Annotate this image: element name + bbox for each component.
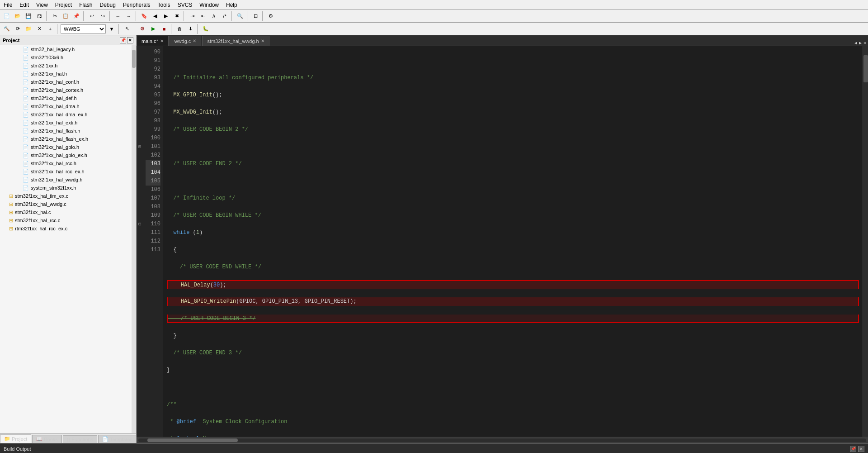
editor-scrollbar[interactable] bbox=[863, 46, 868, 437]
menu-debug[interactable]: Debug bbox=[96, 1, 119, 9]
horizontal-scrollbar[interactable] bbox=[137, 437, 868, 443]
close-project-button[interactable]: ✕ bbox=[34, 24, 44, 34]
tree-item-stm32f103x6[interactable]: 📄 stm32f103x6.h bbox=[0, 53, 132, 62]
fold-marker-110[interactable]: ⊟ bbox=[137, 220, 143, 229]
uncomment-button[interactable]: /* bbox=[220, 11, 230, 21]
copy-button[interactable]: 📋 bbox=[61, 11, 71, 21]
tree-item-stm32f1xx_hal_wwdg[interactable]: 📄 stm32f1xx_hal_wwdg.h bbox=[0, 176, 132, 184]
new-button[interactable]: 📄 bbox=[2, 11, 12, 21]
redo-button[interactable]: ↪ bbox=[98, 11, 108, 21]
file-icon: 📄 bbox=[23, 144, 29, 150]
tab-hal-wwdg-h-close[interactable]: ✕ bbox=[261, 38, 264, 43]
prev-bookmark-button[interactable]: ◀ bbox=[150, 11, 160, 21]
menu-file[interactable]: File bbox=[0, 1, 16, 9]
tree-item-stm32f1xx_hal_rcc[interactable]: 📄 stm32f1xx_hal_rcc.h bbox=[0, 159, 132, 167]
nav-back-button[interactable]: ← bbox=[113, 11, 123, 21]
build-button[interactable]: 🔨 bbox=[2, 24, 12, 34]
collapse-all-button[interactable]: ⊟ bbox=[250, 11, 260, 21]
tree-item-rtm32f1xx_hal_rcc_ex[interactable]: ⊞ rtm32f1xx_hal_rcc_ex.c bbox=[0, 224, 132, 233]
clear-bookmark-button[interactable]: ✖ bbox=[172, 11, 182, 21]
tree-scrollbar[interactable] bbox=[132, 45, 136, 433]
next-bookmark-button[interactable]: ▶ bbox=[161, 11, 171, 21]
menu-window[interactable]: Window bbox=[196, 1, 222, 9]
debug-start-button[interactable]: 🐛 bbox=[201, 24, 211, 34]
save-all-button[interactable]: 🖫 bbox=[34, 11, 44, 21]
tree-item-stm32f1xx_hal_tim_ex[interactable]: ⊞ stm32f1xx_hal_tim_ex.c bbox=[0, 192, 132, 200]
project-panel-close[interactable]: ✕ bbox=[127, 37, 133, 43]
tab-scroll-right-icon[interactable]: ▶ bbox=[859, 40, 862, 46]
tree-item-stm32f1xx_hal_gpio[interactable]: 📄 stm32f1xx_hal_gpio.h bbox=[0, 143, 132, 151]
tree-item-system_stm32f1xx[interactable]: 📄 system_stm32f1xx.h bbox=[0, 184, 132, 192]
tree-item-stm32f1xx_hal_c[interactable]: ⊞ stm32f1xx_hal.c bbox=[0, 208, 132, 216]
tree-item-stm32f1xx_hal_def[interactable]: 📄 stm32f1xx_hal_def.h bbox=[0, 94, 132, 102]
open-button[interactable]: 📂 bbox=[13, 11, 23, 21]
folder-expand-icon: ⊞ bbox=[9, 218, 13, 224]
open-project-button[interactable]: 📁 bbox=[24, 24, 33, 34]
find-button[interactable]: 🔍 bbox=[235, 11, 245, 21]
tree-item-stm32f1xx_hal_dma_ex[interactable]: 📄 stm32f1xx_hal_dma_ex.h bbox=[0, 110, 132, 119]
code-content-area[interactable]: /* Initialize all configured peripherals… bbox=[163, 46, 863, 437]
tree-item-stm32f1xx_hal_flash_ex[interactable]: 📄 stm32f1xx_hal_flash_ex.h bbox=[0, 135, 132, 143]
cut-button[interactable]: ✂ bbox=[50, 11, 60, 21]
bookmark-button[interactable]: 🔖 bbox=[139, 11, 149, 21]
nav-fwd-button[interactable]: → bbox=[124, 11, 134, 21]
tab-project[interactable]: 📁 Project bbox=[0, 434, 31, 443]
tree-item-stm32f1xx_hal_rcc_c[interactable]: ⊞ stm32f1xx_hal_rcc.c bbox=[0, 216, 132, 224]
rebuild-button[interactable]: ⟳ bbox=[13, 24, 23, 34]
menu-flash[interactable]: Flash bbox=[75, 1, 96, 9]
compile-button[interactable]: ⚙ bbox=[137, 24, 147, 34]
comment-button[interactable]: // bbox=[209, 11, 219, 21]
tab-main-c-close[interactable]: ✕ bbox=[160, 38, 164, 43]
undo-button[interactable]: ↩ bbox=[87, 11, 97, 21]
tree-item-stm32f1xx_hal_cortex[interactable]: 📄 stm32f1xx_hal_cortex.h bbox=[0, 86, 132, 94]
toolbar-sep-1 bbox=[46, 11, 48, 21]
build-output-controls: 📌 ✕ bbox=[850, 446, 864, 452]
target-dropdown-button[interactable]: ▼ bbox=[107, 24, 117, 34]
build-output-close-button[interactable]: ✕ bbox=[858, 446, 864, 452]
save-button[interactable]: 💾 bbox=[24, 11, 33, 21]
tree-item-stm32f1xx_hal[interactable]: 📄 stm32f1xx_hal.h bbox=[0, 70, 132, 78]
file-icon: 📄 bbox=[23, 87, 29, 93]
tree-item-stm32f1xx_hal_dma[interactable]: 📄 stm32f1xx_hal_dma.h bbox=[0, 102, 132, 110]
tree-item-stm32f1xx[interactable]: 📄 stm32f1xx.h bbox=[0, 62, 132, 70]
tab-main-c[interactable]: main.c* ✕ bbox=[137, 36, 169, 46]
menu-edit[interactable]: Edit bbox=[16, 1, 33, 9]
unindent-button[interactable]: ⇤ bbox=[198, 11, 208, 21]
target-select[interactable]: WWBG bbox=[61, 24, 106, 33]
tree-item-stm32f1xx_hal_wwdg_c[interactable]: ⊞ stm32f1xx_hal_wwdg.c bbox=[0, 200, 132, 208]
settings-button[interactable]: ⚙ bbox=[266, 11, 276, 21]
tree-item-stm32f1xx_hal_conf[interactable]: 📄 stm32f1xx_hal_conf.h bbox=[0, 78, 132, 86]
menu-tools[interactable]: Tools bbox=[154, 1, 174, 9]
tab-wwdg-c-close[interactable]: ✕ bbox=[193, 38, 196, 43]
tree-item-stm32_hal_legacy[interactable]: 📄 stm32_hal_legacy.h bbox=[0, 45, 132, 53]
add-files-button[interactable]: + bbox=[45, 24, 55, 34]
menu-project[interactable]: Project bbox=[52, 1, 75, 9]
menu-svcs[interactable]: SVCS bbox=[174, 1, 196, 9]
cursor-button[interactable]: ↖ bbox=[122, 24, 132, 34]
indent-button[interactable]: ⇥ bbox=[187, 11, 197, 21]
tab-functions[interactable]: {} Functions bbox=[63, 435, 97, 443]
file-icon: 📄 bbox=[23, 152, 29, 158]
tree-item-stm32f1xx_hal_flash[interactable]: 📄 stm32f1xx_hal_flash.h bbox=[0, 127, 132, 135]
menu-peripherals[interactable]: Peripherals bbox=[119, 1, 154, 9]
fold-marker-101[interactable]: ⊟ bbox=[137, 143, 143, 151]
clean-button[interactable]: 🗑 bbox=[175, 24, 184, 34]
run-button[interactable]: ▶ bbox=[148, 24, 158, 34]
tree-item-stm32f1xx_hal_rcc_ex[interactable]: 📄 stm32f1xx_hal_rcc_ex.h bbox=[0, 167, 132, 176]
flash-download-button[interactable]: ⬇ bbox=[185, 24, 195, 34]
menu-view[interactable]: View bbox=[33, 1, 52, 9]
project-panel-pin[interactable]: 📌 bbox=[120, 37, 126, 43]
build-output-pin-button[interactable]: 📌 bbox=[850, 446, 856, 452]
tab-close-all-icon[interactable]: ✕ bbox=[863, 40, 866, 46]
tree-item-stm32f1xx_hal_gpio_ex[interactable]: 📄 stm32f1xx_hal_gpio_ex.h bbox=[0, 151, 132, 159]
tab-wwdg-c[interactable]: wwdg.c ✕ bbox=[170, 36, 202, 46]
stop-build-button[interactable]: ■ bbox=[159, 24, 169, 34]
tree-item-stm32f1xx_hal_exti[interactable]: 📄 stm32f1xx_hal_exti.h bbox=[0, 119, 132, 127]
paste-button[interactable]: 📌 bbox=[71, 11, 81, 21]
fold-marker-109 bbox=[137, 211, 143, 220]
tab-templates[interactable]: 📄 Templates bbox=[98, 435, 137, 443]
menu-help[interactable]: Help bbox=[222, 1, 241, 9]
tab-books[interactable]: 📖 Books bbox=[32, 435, 62, 443]
tab-stm32f1xx-hal-wwdg-h[interactable]: stm32f1xx_hal_wwdg.h ✕ bbox=[202, 36, 269, 46]
tab-scroll-left-icon[interactable]: ◀ bbox=[854, 40, 857, 46]
